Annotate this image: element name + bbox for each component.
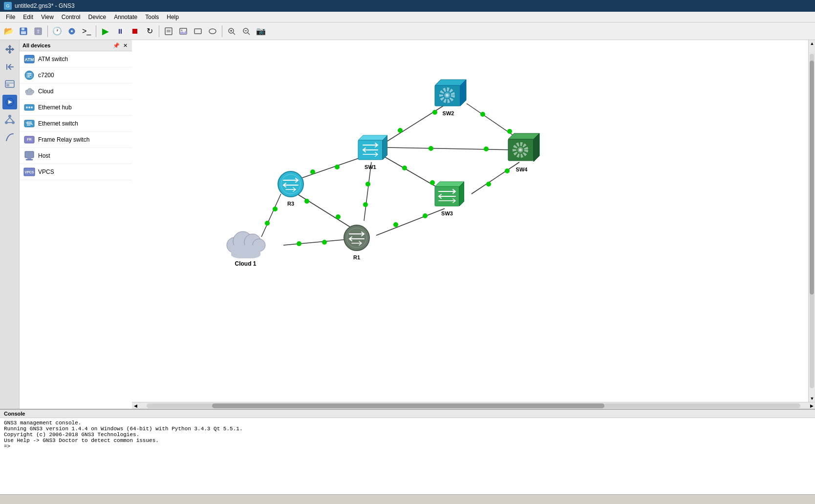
menu-view[interactable]: View (37, 13, 58, 21)
zoom-out-button[interactable] (239, 24, 253, 38)
svg-point-60 (484, 147, 489, 151)
h-scroll-track[interactable] (147, 403, 800, 408)
node-r1[interactable]: R1 (342, 223, 371, 260)
v-scroll-thumb[interactable] (810, 61, 814, 295)
svg-point-41 (26, 106, 28, 108)
menu-tools[interactable]: Tools (141, 13, 163, 21)
svg-rect-1 (21, 28, 24, 30)
canvas-and-vscroll: SW1 SW2 (132, 40, 815, 402)
panel-header-actions: 📌 ✕ (112, 42, 129, 49)
svg-point-81 (363, 202, 368, 207)
v-scroll-up[interactable]: ▲ (809, 40, 815, 47)
svg-line-58 (386, 147, 518, 150)
menu-bar: File Edit View Control Device Annotate T… (0, 12, 815, 22)
menu-file[interactable]: File (2, 13, 19, 21)
device-item-vpcs[interactable]: VPCS VPCS (20, 164, 132, 180)
rect-button[interactable] (191, 24, 205, 38)
svg-point-72 (336, 214, 341, 219)
console-line-2: Running GNS3 version 1.4.4 on Windows (6… (4, 426, 811, 432)
device-item-host[interactable]: Host (20, 148, 132, 164)
node-sw1[interactable]: SW1 (353, 133, 387, 170)
device-label-atm-switch: ATM switch (38, 56, 68, 63)
menu-control[interactable]: Control (58, 13, 85, 21)
side-icon-strip (0, 40, 20, 409)
device-item-frame-relay[interactable]: FR Frame Relay switch (20, 132, 132, 148)
connections-svg (132, 40, 808, 402)
preferences-button[interactable] (65, 24, 79, 38)
v-scroll-down[interactable]: ▼ (809, 395, 815, 402)
device-label-vpcs: VPCS (38, 168, 54, 175)
terminal-button[interactable]: >_ (80, 24, 93, 38)
svg-line-76 (283, 239, 348, 245)
device-item-c7200[interactable]: c7200 (20, 67, 132, 84)
svg-point-13 (209, 29, 216, 34)
screenshot-button[interactable]: 📷 (254, 24, 268, 38)
svg-point-62 (480, 112, 485, 117)
svg-line-29 (6, 118, 10, 121)
menu-edit[interactable]: Edit (19, 13, 37, 21)
save-button[interactable] (17, 24, 30, 38)
stop-button[interactable]: ⏹ (128, 24, 142, 38)
toolbar-sep-1 (47, 25, 48, 37)
node-label-sw3: SW3 (441, 210, 453, 216)
topology-icon[interactable] (2, 112, 17, 127)
connect-icon[interactable] (2, 130, 17, 145)
panel-pin-button[interactable]: 📌 (112, 42, 120, 49)
svg-text:FR: FR (27, 138, 31, 141)
svg-point-56 (402, 166, 407, 170)
console-content[interactable]: GNS3 management console. Running GNS3 ve… (0, 418, 815, 494)
node-label-r3: R3 (287, 201, 294, 207)
menu-annotate[interactable]: Annotate (110, 13, 141, 21)
device-item-cloud[interactable]: Cloud (20, 84, 132, 100)
device-list: ATM ATM switch c7200 (20, 51, 132, 409)
svg-point-103 (278, 171, 303, 197)
note-button[interactable] (162, 24, 175, 38)
node-cloud1[interactable]: Cloud 1 (222, 227, 269, 267)
h-scrollbar[interactable]: ◀ ▶ (132, 402, 815, 409)
window-title: untitled2.gns3* - GNS3 (15, 2, 75, 9)
pause-button[interactable]: ⏸ (113, 24, 127, 38)
run-button[interactable]: ▶ (99, 24, 112, 38)
device-label-frame-relay: Frame Relay switch (38, 136, 89, 143)
v-scrollbar[interactable]: ▲ ▼ (808, 40, 815, 402)
devices-icon[interactable] (2, 95, 17, 109)
panel-close-button[interactable]: ✕ (121, 42, 129, 49)
h-scroll-thumb[interactable] (212, 403, 604, 408)
image-button[interactable] (176, 24, 190, 38)
svg-point-84 (393, 222, 398, 227)
device-filter-icon[interactable] (2, 77, 17, 92)
panel-header: All devices 📌 ✕ (20, 40, 132, 51)
console-title: Console (4, 411, 25, 417)
device-item-atm-switch[interactable]: ATM ATM switch (20, 51, 132, 67)
network-canvas[interactable]: SW1 SW2 (132, 40, 808, 402)
node-sw3[interactable]: SW3 (430, 179, 464, 216)
v-scroll-track[interactable] (810, 54, 814, 388)
history-button[interactable]: 🕐 (50, 24, 64, 38)
move-icon[interactable] (2, 42, 17, 57)
h-scroll-right[interactable]: ▶ (808, 402, 815, 409)
svg-point-26 (8, 115, 11, 118)
redo-button[interactable]: ↻ (143, 24, 156, 38)
open-folder-button[interactable]: 📂 (2, 24, 16, 38)
menu-device[interactable]: Device (85, 13, 110, 21)
svg-line-15 (233, 33, 235, 35)
export-button[interactable]: ⇧ (31, 24, 45, 38)
device-item-ethernet-switch[interactable]: Ethernet switch (20, 116, 132, 132)
ellipse-button[interactable] (206, 24, 219, 38)
svg-line-67 (298, 157, 362, 179)
node-label-sw4: SW4 (516, 167, 528, 172)
node-sw2[interactable]: SW2 (430, 77, 467, 116)
h-scroll-left[interactable]: ◀ (132, 402, 139, 409)
node-sw4[interactable]: SW4 (503, 130, 540, 172)
toolbar-sep-2 (96, 25, 96, 37)
node-r3[interactable]: R3 (276, 169, 305, 207)
svg-rect-12 (194, 29, 201, 34)
svg-rect-23 (6, 84, 9, 86)
device-item-ethernet-hub[interactable]: Ethernet hub (20, 100, 132, 116)
svg-point-78 (297, 241, 301, 246)
back-icon[interactable] (2, 60, 17, 74)
c7200-icon (23, 69, 35, 81)
svg-point-43 (31, 106, 33, 108)
menu-help[interactable]: Help (163, 13, 183, 21)
zoom-in-button[interactable] (225, 24, 238, 38)
